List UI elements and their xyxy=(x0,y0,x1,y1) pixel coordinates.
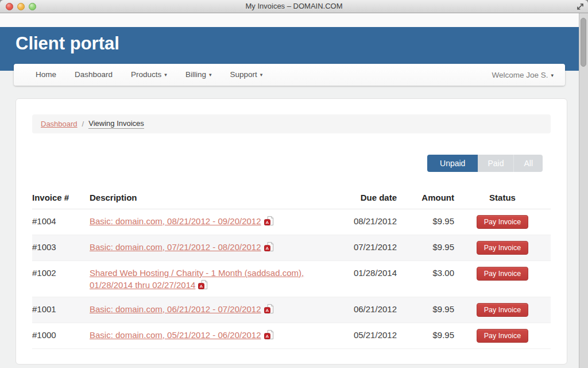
invoice-amount: $9.95 xyxy=(397,235,454,261)
invoices-table: Invoice # Description Due date Amount St… xyxy=(32,189,551,349)
browser-scrollbar[interactable] xyxy=(579,13,588,368)
invoice-description-link[interactable]: Basic: domain.com, 06/21/2012 - 07/20/20… xyxy=(90,304,261,314)
invoice-description-link[interactable]: Basic: domain.com, 08/21/2012 - 09/20/20… xyxy=(90,216,261,226)
col-header-due-date: Due date xyxy=(331,189,397,209)
filter-all-button[interactable]: All xyxy=(513,155,543,172)
invoice-amount: $9.95 xyxy=(397,297,454,323)
pdf-icon[interactable] xyxy=(198,279,208,290)
filter-unpaid-button[interactable]: Unpaid xyxy=(427,155,478,172)
page-title: Client portal xyxy=(0,27,579,53)
invoice-due-date: 07/21/2012 xyxy=(331,235,397,261)
nav-item-dashboard[interactable]: Dashboard xyxy=(65,64,122,86)
invoice-number: #1001 xyxy=(32,297,90,323)
page-viewport: Client portal Home Dashboard Products▾ B… xyxy=(0,13,579,368)
col-header-amount: Amount xyxy=(397,189,454,209)
invoice-amount: $9.95 xyxy=(397,209,454,235)
nav-item-support[interactable]: Support▾ xyxy=(220,64,272,86)
pay-invoice-button[interactable]: Pay Invoice xyxy=(477,329,529,343)
invoice-due-date: 05/21/2012 xyxy=(331,323,397,349)
nav-item-billing[interactable]: Billing▾ xyxy=(176,64,221,86)
invoice-row: #1000 Basic: domain.com, 05/21/2012 - 06… xyxy=(32,323,551,349)
invoice-number: #1000 xyxy=(32,323,90,349)
col-header-description: Description xyxy=(90,189,331,209)
pdf-icon[interactable] xyxy=(264,241,274,252)
col-header-status: Status xyxy=(454,189,551,209)
window-titlebar: My Invoices – DOMAIN.COM xyxy=(0,0,588,13)
user-menu[interactable]: Welcome Joe S.▾ xyxy=(492,71,554,79)
filter-paid-button[interactable]: Paid xyxy=(478,155,513,172)
invoice-due-date: 08/21/2012 xyxy=(331,209,397,235)
invoice-row: #1003 Basic: domain.com, 07/21/2012 - 08… xyxy=(32,235,551,261)
browser-window: My Invoices – DOMAIN.COM Client portal H… xyxy=(0,0,588,368)
scrollbar-thumb[interactable] xyxy=(581,18,586,67)
invoice-number: #1002 xyxy=(32,261,90,297)
col-header-invoice: Invoice # xyxy=(32,189,90,209)
invoice-number: #1004 xyxy=(32,209,90,235)
invoice-due-date: 01/28/2014 xyxy=(331,261,397,297)
table-header-row: Invoice # Description Due date Amount St… xyxy=(32,189,551,209)
invoice-description-link[interactable]: Basic: domain.com, 05/21/2012 - 06/20/20… xyxy=(90,330,261,340)
invoice-amount: $9.95 xyxy=(397,323,454,349)
chevron-down-icon: ▾ xyxy=(209,64,212,86)
invoice-row: #1002 Shared Web Hosting / Charity - 1 M… xyxy=(32,261,551,297)
invoice-filters: Unpaid Paid All xyxy=(32,155,543,172)
content-card: Dashboard / Viewing Invoices Unpaid Paid… xyxy=(16,98,567,365)
fullscreen-resize-icon[interactable] xyxy=(576,2,585,11)
invoice-amount: $3.00 xyxy=(397,261,454,297)
pay-invoice-button[interactable]: Pay Invoice xyxy=(477,267,529,281)
breadcrumb: Dashboard / Viewing Invoices xyxy=(32,114,551,133)
nav-item-home[interactable]: Home xyxy=(26,64,65,86)
chevron-down-icon: ▾ xyxy=(164,64,167,86)
pdf-icon[interactable] xyxy=(264,329,274,340)
invoice-number: #1003 xyxy=(32,235,90,261)
chevron-down-icon: ▾ xyxy=(260,64,263,86)
breadcrumb-separator: / xyxy=(82,120,84,128)
nav-item-products[interactable]: Products▾ xyxy=(122,64,176,86)
pay-invoice-button[interactable]: Pay Invoice xyxy=(477,215,529,229)
page-top-strip xyxy=(0,13,579,27)
breadcrumb-dashboard-link[interactable]: Dashboard xyxy=(41,120,78,128)
invoice-row: #1004 Basic: domain.com, 08/21/2012 - 09… xyxy=(32,209,551,235)
pdf-icon[interactable] xyxy=(264,216,274,227)
invoice-description-link[interactable]: Basic: domain.com, 07/21/2012 - 08/20/20… xyxy=(90,242,261,252)
chevron-down-icon: ▾ xyxy=(551,72,554,78)
window-title: My Invoices – DOMAIN.COM xyxy=(0,0,588,13)
pdf-icon[interactable] xyxy=(264,304,274,315)
pay-invoice-button[interactable]: Pay Invoice xyxy=(477,241,529,255)
invoice-description-link[interactable]: Shared Web Hosting / Charity - 1 Month (… xyxy=(90,268,304,290)
pay-invoice-button[interactable]: Pay Invoice xyxy=(477,303,529,317)
invoice-due-date: 06/21/2012 xyxy=(331,297,397,323)
breadcrumb-current: Viewing Invoices xyxy=(88,119,144,129)
invoice-row: #1001 Basic: domain.com, 06/21/2012 - 07… xyxy=(32,297,551,323)
main-navbar: Home Dashboard Products▾ Billing▾ Suppor… xyxy=(14,64,565,86)
